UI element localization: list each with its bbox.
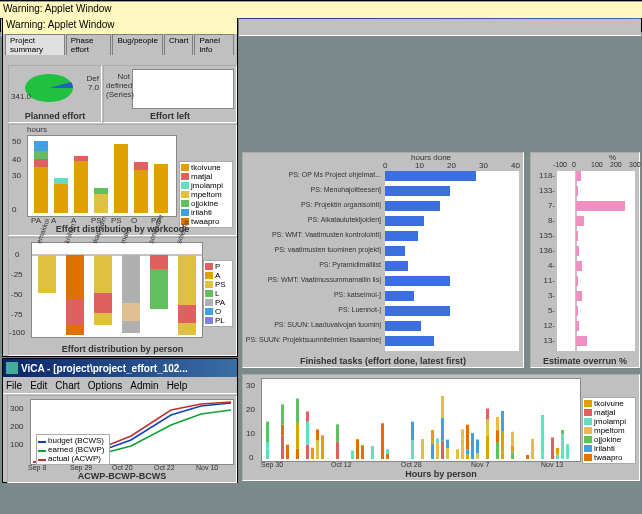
svg-rect-63 — [441, 418, 444, 441]
menu2-chart[interactable]: Chart — [55, 380, 79, 391]
effort-person-title: Effort distribution by person — [9, 344, 236, 354]
legend-item: matjal — [584, 408, 634, 417]
svg-rect-37 — [296, 399, 299, 423]
ft-tick: 40 — [511, 161, 520, 170]
legend-item: L — [205, 289, 231, 298]
legend-item: twaapro — [584, 453, 634, 462]
svg-rect-40 — [306, 411, 309, 421]
svg-rect-6 — [54, 178, 68, 184]
svg-rect-8 — [74, 156, 88, 161]
task-bar — [385, 276, 450, 286]
ep-y0: 0 — [15, 250, 19, 259]
overrun-bar — [576, 201, 625, 211]
svg-rect-20 — [94, 293, 112, 313]
svg-rect-3 — [34, 151, 48, 159]
menu2-admin[interactable]: Admin — [130, 380, 158, 391]
svg-rect-73 — [466, 425, 469, 450]
acwp-titlebar[interactable]: ViCA - [project\project_effort_102... — [3, 359, 237, 377]
overrun-title: Estimate overrun % — [531, 356, 639, 366]
svg-rect-21 — [122, 255, 140, 333]
svg-rect-19 — [94, 255, 112, 325]
hp-date: Nov 7 — [471, 461, 489, 468]
menu2-edit[interactable]: Edit — [30, 380, 47, 391]
acwp-menubar[interactable]: File Edit Chart Options Admin Help — [3, 377, 237, 394]
tab-project-summary[interactable]: Project summary — [5, 34, 65, 55]
svg-rect-71 — [466, 455, 469, 459]
eo-tick: 0 — [572, 161, 576, 168]
eo-tick: -100 — [553, 161, 567, 168]
svg-rect-26 — [178, 305, 196, 323]
svg-rect-88 — [511, 432, 514, 446]
svg-rect-41 — [311, 448, 314, 459]
legend-item: jmolampi — [584, 417, 634, 426]
tab-bugpeople[interactable]: Bug/people — [112, 34, 162, 55]
eo-tick: 200 — [610, 161, 622, 168]
hours-title: Hours by person — [243, 469, 639, 479]
svg-rect-84 — [501, 432, 504, 453]
task-bar — [385, 321, 421, 331]
tab-chart[interactable]: Chart — [164, 34, 194, 55]
overrun-bar — [576, 231, 578, 241]
acwp-panel: 100 200 300 Sep 8Sep 29Oct 20Oct 22Nov 1… — [7, 395, 237, 483]
menu2-file[interactable]: File — [6, 380, 22, 391]
menu2-options[interactable]: Options — [88, 380, 122, 391]
ep-y4: -100 — [9, 328, 25, 337]
svg-rect-54 — [386, 449, 389, 454]
overrun-label: 133- — [531, 186, 555, 195]
applet-warning-top: Warning: Applet Window — [0, 1, 642, 18]
svg-rect-51 — [381, 435, 384, 459]
overrun-label: 8- — [531, 216, 555, 225]
svg-rect-57 — [421, 439, 424, 459]
svg-rect-49 — [361, 445, 364, 459]
tab-strip[interactable]: Project summary Phase effort Bug/people … — [3, 32, 237, 55]
svg-rect-56 — [411, 422, 414, 440]
finished-panel: hours done 010203040 PS: OP Ms Project o… — [242, 152, 524, 368]
task-label: PS: Projektin organisointi| — [245, 201, 381, 208]
menu2-help[interactable]: Help — [167, 380, 188, 391]
svg-rect-61 — [436, 438, 439, 442]
task-label: PS: Luennot-| — [245, 306, 381, 313]
svg-rect-2 — [34, 141, 48, 151]
acwp-legend: budget (BCWS)earned (BCWP)actual (ACWP) — [36, 434, 110, 465]
svg-rect-43 — [316, 429, 319, 440]
desktop: ViCA - [project\project_summary_1024.pnl… — [0, 0, 642, 514]
wc-y0: 0 — [12, 205, 16, 214]
svg-rect-14 — [154, 164, 168, 213]
svg-rect-45 — [336, 442, 339, 459]
legend-item: jmolampi — [181, 181, 231, 190]
task-label: PS: Pyramidimalliist — [245, 261, 381, 268]
svg-rect-69 — [461, 438, 464, 446]
eo-tick: 300 — [629, 161, 641, 168]
svg-rect-30 — [266, 422, 269, 443]
overrun-bar — [576, 276, 578, 286]
svg-rect-67 — [456, 449, 459, 459]
svg-rect-4 — [34, 159, 48, 167]
svg-rect-13 — [134, 162, 148, 170]
effort-left-title: Effort left — [104, 111, 236, 121]
svg-rect-76 — [476, 439, 479, 453]
overrun-label: 118- — [531, 171, 555, 180]
svg-rect-52 — [381, 423, 384, 435]
legend-item: O — [205, 307, 231, 316]
hp-date: Oct 12 — [331, 461, 352, 468]
effort-left-chart — [132, 69, 234, 109]
legend-item: mpeltom — [584, 426, 634, 435]
svg-rect-99 — [566, 444, 569, 459]
task-label: PS: OP Ms Project ohjelmat... — [245, 171, 381, 178]
tab-phase-effort[interactable]: Phase effort — [66, 34, 112, 55]
hp-y1: 10 — [246, 429, 255, 438]
svg-rect-16 — [38, 255, 56, 293]
ep-y3: -75 — [11, 310, 23, 319]
task-bar — [385, 171, 476, 181]
svg-rect-59 — [431, 430, 434, 444]
svg-rect-91 — [541, 455, 544, 459]
person-legend: PAPSLPAOPL — [203, 260, 233, 327]
svg-rect-50 — [371, 446, 374, 459]
hp-y3: 30 — [246, 381, 255, 390]
tab-panelinfo[interactable]: Panel info — [194, 34, 234, 55]
legend-item: budget (BCWS) — [38, 436, 108, 445]
overrun-label: 136- — [531, 246, 555, 255]
svg-rect-35 — [296, 449, 299, 459]
svg-rect-10 — [94, 188, 108, 194]
legend-item: tkoivune — [181, 163, 231, 172]
